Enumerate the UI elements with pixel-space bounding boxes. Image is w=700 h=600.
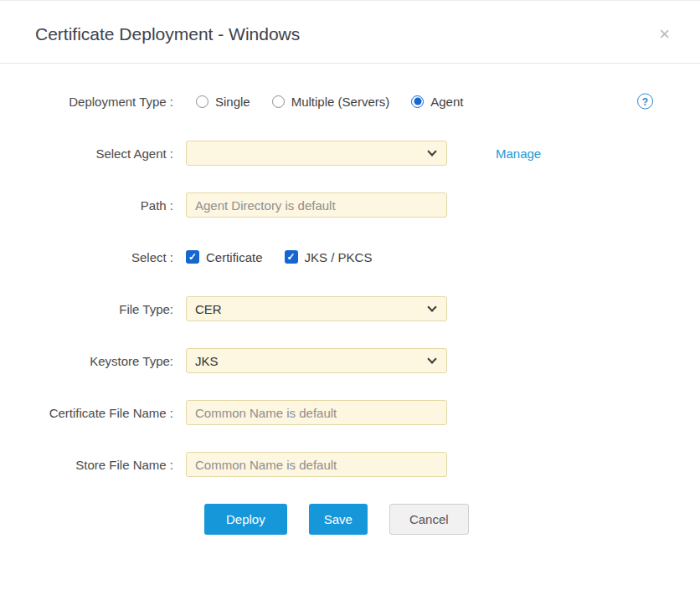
keystore-type-label: Keystore Type: — [0, 354, 186, 368]
path-row: Path : — [0, 192, 700, 218]
dialog-title: Certificate Deployment - Windows — [35, 24, 300, 44]
select-label: Select : — [0, 250, 186, 264]
checkbox-jks-pkcs-label: JKS / PKCS — [305, 250, 373, 264]
action-buttons: Deploy Save Cancel — [204, 504, 700, 535]
select-agent-label: Select Agent : — [0, 146, 186, 161]
manage-link[interactable]: Manage — [496, 146, 541, 161]
path-input[interactable] — [186, 192, 447, 218]
checkbox-jks-pkcs-icon[interactable] — [285, 250, 298, 264]
radio-single-label: Single — [215, 95, 250, 109]
keystore-type-row: Keystore Type: JKS — [0, 348, 700, 373]
radio-multiple-servers-label: Multiple (Servers) — [291, 95, 390, 109]
file-type-value: CER — [195, 302, 222, 316]
chevron-down-icon — [427, 146, 436, 156]
help-icon[interactable]: ? — [637, 94, 653, 110]
store-file-name-label: Store File Name : — [0, 458, 186, 472]
certificate-file-name-label: Certificate File Name : — [0, 406, 186, 420]
radio-single[interactable]: Single — [196, 95, 250, 109]
file-type-dropdown[interactable]: CER — [186, 296, 447, 321]
keystore-type-dropdown[interactable]: JKS — [186, 348, 447, 373]
checkbox-certificate-label: Certificate — [206, 250, 263, 264]
save-button[interactable]: Save — [309, 504, 368, 535]
select-row: Select : Certificate JKS / PKCS — [0, 244, 700, 269]
chevron-down-icon — [427, 354, 436, 363]
radio-single-icon[interactable] — [196, 95, 208, 108]
keystore-type-value: JKS — [195, 354, 219, 368]
deployment-type-row: Deployment Type : Single Multiple (Serve… — [0, 89, 700, 114]
checkbox-certificate[interactable]: Certificate — [186, 250, 263, 264]
radio-agent[interactable]: Agent — [411, 95, 463, 109]
checkbox-jks-pkcs[interactable]: JKS / PKCS — [285, 250, 373, 264]
dialog-header: Certificate Deployment - Windows × — [0, 1, 700, 64]
radio-agent-icon[interactable] — [411, 95, 424, 108]
file-type-row: File Type: CER — [0, 296, 700, 321]
close-icon[interactable]: × — [659, 25, 670, 44]
select-agent-row: Select Agent : Manage — [0, 141, 700, 166]
checkbox-certificate-icon[interactable] — [186, 250, 199, 264]
select-agent-dropdown[interactable] — [186, 141, 447, 166]
radio-multiple-servers[interactable]: Multiple (Servers) — [272, 95, 390, 109]
deployment-type-label: Deployment Type : — [0, 95, 186, 109]
store-file-name-input[interactable] — [186, 452, 447, 477]
store-file-name-row: Store File Name : — [0, 452, 700, 477]
deployment-type-options: Single Multiple (Servers) Agent — [186, 95, 485, 109]
radio-multiple-servers-icon[interactable] — [272, 95, 285, 108]
path-label: Path : — [0, 198, 186, 213]
cancel-button[interactable]: Cancel — [389, 504, 469, 535]
certificate-file-name-row: Certificate File Name : — [0, 400, 700, 425]
radio-agent-label: Agent — [430, 95, 463, 109]
deployment-form: Deployment Type : Single Multiple (Serve… — [0, 64, 700, 535]
deploy-button[interactable]: Deploy — [204, 504, 287, 535]
certificate-deployment-dialog: Certificate Deployment - Windows × Deplo… — [0, 0, 700, 600]
file-type-label: File Type: — [0, 302, 186, 316]
chevron-down-icon — [427, 302, 436, 311]
certificate-file-name-input[interactable] — [186, 400, 447, 425]
